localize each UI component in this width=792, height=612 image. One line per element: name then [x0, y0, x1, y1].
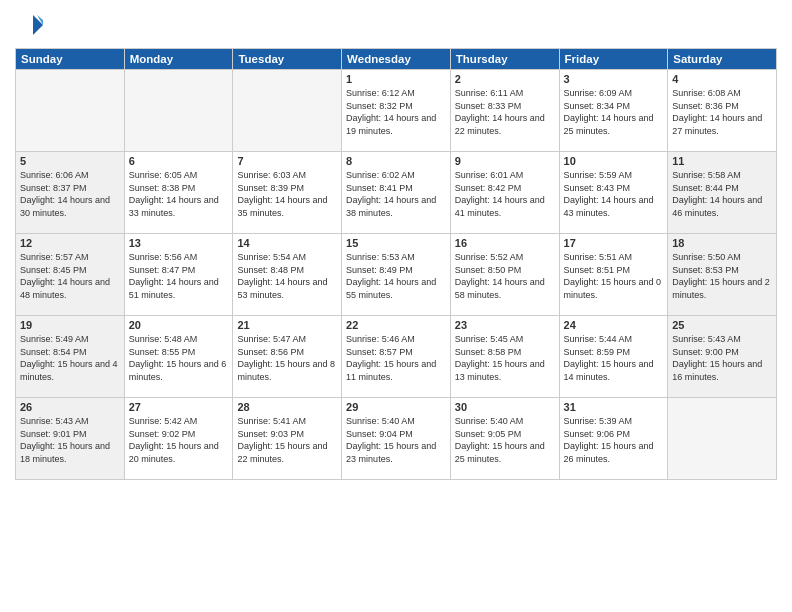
day-info: Sunrise: 5:47 AM Sunset: 8:56 PM Dayligh… [237, 333, 337, 383]
day-info: Sunrise: 5:43 AM Sunset: 9:01 PM Dayligh… [20, 415, 120, 465]
day-info: Sunrise: 6:05 AM Sunset: 8:38 PM Dayligh… [129, 169, 229, 219]
calendar-week-row: 19Sunrise: 5:49 AM Sunset: 8:54 PM Dayli… [16, 316, 777, 398]
day-number: 4 [672, 73, 772, 85]
calendar-cell: 26Sunrise: 5:43 AM Sunset: 9:01 PM Dayli… [16, 398, 125, 480]
calendar-cell: 16Sunrise: 5:52 AM Sunset: 8:50 PM Dayli… [450, 234, 559, 316]
calendar-cell: 1Sunrise: 6:12 AM Sunset: 8:32 PM Daylig… [342, 70, 451, 152]
day-number: 16 [455, 237, 555, 249]
calendar-cell: 14Sunrise: 5:54 AM Sunset: 8:48 PM Dayli… [233, 234, 342, 316]
calendar-cell [233, 70, 342, 152]
logo-icon [15, 10, 45, 40]
day-info: Sunrise: 5:41 AM Sunset: 9:03 PM Dayligh… [237, 415, 337, 465]
calendar-header-row: SundayMondayTuesdayWednesdayThursdayFrid… [16, 49, 777, 70]
day-number: 5 [20, 155, 120, 167]
day-number: 26 [20, 401, 120, 413]
calendar-cell: 8Sunrise: 6:02 AM Sunset: 8:41 PM Daylig… [342, 152, 451, 234]
day-info: Sunrise: 5:44 AM Sunset: 8:59 PM Dayligh… [564, 333, 664, 383]
calendar-cell: 31Sunrise: 5:39 AM Sunset: 9:06 PM Dayli… [559, 398, 668, 480]
calendar-cell: 20Sunrise: 5:48 AM Sunset: 8:55 PM Dayli… [124, 316, 233, 398]
calendar-cell: 9Sunrise: 6:01 AM Sunset: 8:42 PM Daylig… [450, 152, 559, 234]
day-info: Sunrise: 5:57 AM Sunset: 8:45 PM Dayligh… [20, 251, 120, 301]
weekday-header: Tuesday [233, 49, 342, 70]
day-info: Sunrise: 5:54 AM Sunset: 8:48 PM Dayligh… [237, 251, 337, 301]
calendar-cell: 13Sunrise: 5:56 AM Sunset: 8:47 PM Dayli… [124, 234, 233, 316]
day-info: Sunrise: 5:42 AM Sunset: 9:02 PM Dayligh… [129, 415, 229, 465]
calendar-cell [668, 398, 777, 480]
calendar-cell: 11Sunrise: 5:58 AM Sunset: 8:44 PM Dayli… [668, 152, 777, 234]
calendar-cell: 12Sunrise: 5:57 AM Sunset: 8:45 PM Dayli… [16, 234, 125, 316]
day-number: 13 [129, 237, 229, 249]
day-number: 27 [129, 401, 229, 413]
day-info: Sunrise: 5:40 AM Sunset: 9:04 PM Dayligh… [346, 415, 446, 465]
day-info: Sunrise: 5:59 AM Sunset: 8:43 PM Dayligh… [564, 169, 664, 219]
day-number: 9 [455, 155, 555, 167]
day-info: Sunrise: 5:43 AM Sunset: 9:00 PM Dayligh… [672, 333, 772, 383]
day-info: Sunrise: 5:39 AM Sunset: 9:06 PM Dayligh… [564, 415, 664, 465]
day-number: 31 [564, 401, 664, 413]
calendar-cell: 24Sunrise: 5:44 AM Sunset: 8:59 PM Dayli… [559, 316, 668, 398]
day-info: Sunrise: 5:53 AM Sunset: 8:49 PM Dayligh… [346, 251, 446, 301]
day-number: 17 [564, 237, 664, 249]
day-number: 28 [237, 401, 337, 413]
header [15, 10, 777, 40]
day-number: 30 [455, 401, 555, 413]
calendar-cell: 5Sunrise: 6:06 AM Sunset: 8:37 PM Daylig… [16, 152, 125, 234]
calendar-cell: 25Sunrise: 5:43 AM Sunset: 9:00 PM Dayli… [668, 316, 777, 398]
day-number: 24 [564, 319, 664, 331]
calendar-cell: 18Sunrise: 5:50 AM Sunset: 8:53 PM Dayli… [668, 234, 777, 316]
calendar-cell: 10Sunrise: 5:59 AM Sunset: 8:43 PM Dayli… [559, 152, 668, 234]
day-number: 18 [672, 237, 772, 249]
day-info: Sunrise: 5:48 AM Sunset: 8:55 PM Dayligh… [129, 333, 229, 383]
calendar-cell: 22Sunrise: 5:46 AM Sunset: 8:57 PM Dayli… [342, 316, 451, 398]
day-number: 20 [129, 319, 229, 331]
calendar-cell: 17Sunrise: 5:51 AM Sunset: 8:51 PM Dayli… [559, 234, 668, 316]
calendar-page: SundayMondayTuesdayWednesdayThursdayFrid… [0, 0, 792, 612]
calendar-cell [16, 70, 125, 152]
day-number: 6 [129, 155, 229, 167]
logo [15, 10, 49, 40]
weekday-header: Monday [124, 49, 233, 70]
day-info: Sunrise: 6:09 AM Sunset: 8:34 PM Dayligh… [564, 87, 664, 137]
day-number: 12 [20, 237, 120, 249]
day-number: 2 [455, 73, 555, 85]
weekday-header: Sunday [16, 49, 125, 70]
calendar-week-row: 12Sunrise: 5:57 AM Sunset: 8:45 PM Dayli… [16, 234, 777, 316]
day-info: Sunrise: 5:40 AM Sunset: 9:05 PM Dayligh… [455, 415, 555, 465]
day-info: Sunrise: 6:06 AM Sunset: 8:37 PM Dayligh… [20, 169, 120, 219]
weekday-header: Thursday [450, 49, 559, 70]
day-info: Sunrise: 6:12 AM Sunset: 8:32 PM Dayligh… [346, 87, 446, 137]
day-info: Sunrise: 5:50 AM Sunset: 8:53 PM Dayligh… [672, 251, 772, 301]
day-info: Sunrise: 6:02 AM Sunset: 8:41 PM Dayligh… [346, 169, 446, 219]
day-info: Sunrise: 6:03 AM Sunset: 8:39 PM Dayligh… [237, 169, 337, 219]
day-number: 25 [672, 319, 772, 331]
calendar-cell [124, 70, 233, 152]
day-number: 11 [672, 155, 772, 167]
day-number: 14 [237, 237, 337, 249]
calendar-cell: 2Sunrise: 6:11 AM Sunset: 8:33 PM Daylig… [450, 70, 559, 152]
calendar-cell: 3Sunrise: 6:09 AM Sunset: 8:34 PM Daylig… [559, 70, 668, 152]
calendar-week-row: 5Sunrise: 6:06 AM Sunset: 8:37 PM Daylig… [16, 152, 777, 234]
day-info: Sunrise: 5:58 AM Sunset: 8:44 PM Dayligh… [672, 169, 772, 219]
calendar-cell: 23Sunrise: 5:45 AM Sunset: 8:58 PM Dayli… [450, 316, 559, 398]
day-number: 10 [564, 155, 664, 167]
day-info: Sunrise: 6:01 AM Sunset: 8:42 PM Dayligh… [455, 169, 555, 219]
calendar-cell: 4Sunrise: 6:08 AM Sunset: 8:36 PM Daylig… [668, 70, 777, 152]
day-number: 22 [346, 319, 446, 331]
day-number: 8 [346, 155, 446, 167]
calendar-table: SundayMondayTuesdayWednesdayThursdayFrid… [15, 48, 777, 480]
day-info: Sunrise: 5:49 AM Sunset: 8:54 PM Dayligh… [20, 333, 120, 383]
weekday-header: Saturday [668, 49, 777, 70]
day-info: Sunrise: 6:11 AM Sunset: 8:33 PM Dayligh… [455, 87, 555, 137]
calendar-cell: 7Sunrise: 6:03 AM Sunset: 8:39 PM Daylig… [233, 152, 342, 234]
calendar-cell: 30Sunrise: 5:40 AM Sunset: 9:05 PM Dayli… [450, 398, 559, 480]
day-number: 1 [346, 73, 446, 85]
day-info: Sunrise: 5:52 AM Sunset: 8:50 PM Dayligh… [455, 251, 555, 301]
day-info: Sunrise: 5:51 AM Sunset: 8:51 PM Dayligh… [564, 251, 664, 301]
calendar-cell: 29Sunrise: 5:40 AM Sunset: 9:04 PM Dayli… [342, 398, 451, 480]
calendar-week-row: 26Sunrise: 5:43 AM Sunset: 9:01 PM Dayli… [16, 398, 777, 480]
calendar-cell: 21Sunrise: 5:47 AM Sunset: 8:56 PM Dayli… [233, 316, 342, 398]
weekday-header: Friday [559, 49, 668, 70]
calendar-week-row: 1Sunrise: 6:12 AM Sunset: 8:32 PM Daylig… [16, 70, 777, 152]
day-number: 3 [564, 73, 664, 85]
calendar-cell: 15Sunrise: 5:53 AM Sunset: 8:49 PM Dayli… [342, 234, 451, 316]
